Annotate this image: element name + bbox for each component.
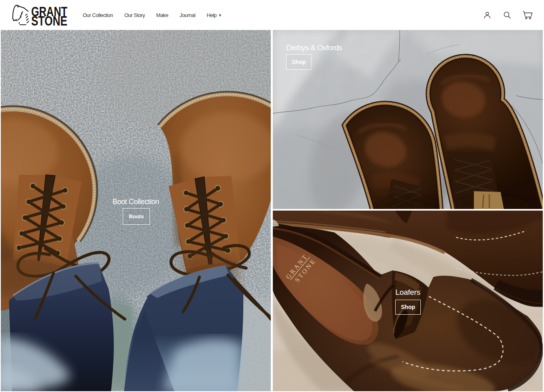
svg-text:STONE: STONE	[31, 13, 67, 26]
